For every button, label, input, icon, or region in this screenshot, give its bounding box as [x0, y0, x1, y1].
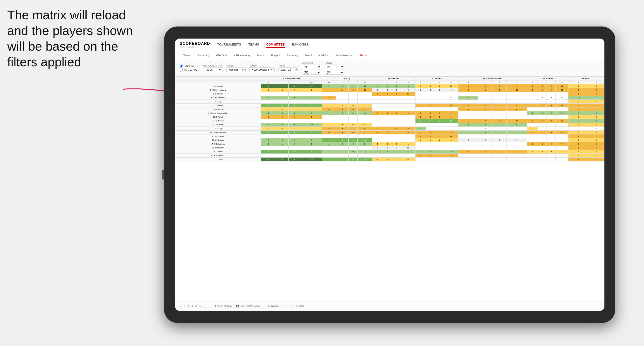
subtab-h2h-grid-1[interactable]: H2H Grid [212, 51, 230, 60]
row-player-name: 12. A Bianchi [175, 123, 261, 127]
matrix-cell [556, 138, 568, 142]
subtab-players[interactable]: Players [268, 51, 284, 60]
subtab-teams[interactable]: Teams [180, 51, 194, 60]
zoom-out-button[interactable]: ⊖ [195, 305, 197, 308]
conference-select-2[interactable]: (All) [302, 70, 321, 75]
matrix-cell [527, 115, 538, 119]
matrix-cell [383, 100, 392, 104]
row-player-name: 3. S Jelinek [175, 92, 261, 96]
matrix-cell: 2 [415, 150, 426, 154]
watch-button[interactable]: 👁 Watch ▾ [268, 305, 280, 308]
logo-subtitle: Powered by clippd [180, 46, 210, 48]
zoom-button[interactable]: ⊕ [191, 305, 193, 308]
matrix-area[interactable]: 2. M Kelly Mulcahy 6. A Dy 11. G Woods 2… [175, 76, 604, 301]
matrix-cell: 4 [478, 119, 492, 123]
matrix-cell [358, 135, 372, 138]
row-player-name: 11. G Woods [175, 119, 261, 123]
region-select[interactable]: East - DII West - DII (All) [278, 67, 298, 72]
matrix-cell [415, 158, 426, 162]
matrix-cell: 40 [358, 88, 372, 92]
table-row: 20. E Andersson010800 [175, 154, 604, 158]
subtab-h2h-heatmap-2[interactable]: H2H Heatmap [333, 51, 356, 60]
matrix-cell: -18 [322, 127, 336, 131]
matrix-cell: 2 [538, 142, 546, 146]
undo-button[interactable]: ↩ [180, 305, 182, 308]
matrix-cell [527, 146, 538, 150]
players-select-2[interactable]: (All) [325, 70, 344, 75]
max-players-select[interactable]: Top 25 Top 50 [203, 67, 222, 72]
nav-tournaments[interactable]: TOURNAMENTS [218, 42, 241, 48]
matrix-cell [322, 115, 336, 119]
matrix-cell: 1 [349, 84, 358, 88]
matrix-cell: -20 [358, 150, 372, 154]
subtab-matrix-2[interactable]: Matrix [356, 51, 371, 60]
matrix-cell: 5 [358, 131, 372, 135]
matrix-cell: 0 [301, 127, 322, 131]
subtab-summary-2[interactable]: Summary [284, 51, 302, 60]
nav-rankings[interactable]: RANKINGS [292, 42, 308, 48]
share-button[interactable]: ⤴ Share [296, 305, 304, 308]
col-header-mulcahy: 2. M Kelly Mulcahy [261, 77, 322, 80]
matrix-cell: 1 [568, 115, 589, 119]
matrix-cell [383, 119, 392, 123]
row-player-name: 19. J Karrh [175, 150, 261, 154]
matrix-cell: 2 [568, 104, 589, 107]
matrix-cell [426, 146, 435, 150]
division-select[interactable]: NCAA Division II NCAA Division I [250, 67, 274, 72]
matrix-cell [301, 92, 322, 96]
matrix-cell [435, 158, 444, 162]
players-select[interactable]: (All) [325, 65, 344, 69]
matrix-cell: 0 [261, 88, 276, 92]
matrix-cell: 0 [288, 111, 301, 115]
matrix-cell: 0 [478, 131, 492, 135]
matrix-cell: 1 [478, 104, 492, 107]
matrix-cell [507, 111, 527, 115]
matrix-cell [426, 123, 435, 127]
matrix-cell [527, 123, 538, 127]
matrix-cell: 2 [336, 104, 348, 107]
matrix-cell [458, 146, 478, 150]
matrix-cell: 1 [322, 123, 336, 127]
matrix-cell: 0 [458, 88, 478, 92]
subtab-h2h-heatmap-1[interactable]: H2H Heatmap [230, 51, 254, 60]
subtab-matrix-1[interactable]: Matrix [254, 51, 268, 60]
matrix-cell [458, 111, 478, 115]
matrix-cell [546, 127, 556, 131]
matrix-cell: 0 [546, 150, 556, 154]
matrix-cell: 1 [392, 84, 401, 88]
comment-button[interactable]: 💬 [284, 305, 286, 308]
nav-committee[interactable]: COMMITTEE [266, 42, 285, 48]
matrix-cell [458, 158, 478, 162]
compact-view-input[interactable] [180, 69, 183, 72]
conference-select[interactable]: (All) [302, 65, 321, 69]
matrix-cell [527, 138, 538, 142]
matrix-cell [301, 119, 322, 123]
expand-button[interactable]: ⤢ [290, 305, 292, 308]
subtab-detail[interactable]: Detail [302, 51, 315, 60]
full-view-radio[interactable]: Full View [180, 65, 199, 68]
subtab-h2h-grid-2[interactable]: H2H Grid [315, 51, 333, 60]
matrix-cell [261, 146, 276, 150]
matrix-cell: 0 [383, 146, 392, 150]
clock-button[interactable]: 🕐 [204, 305, 206, 308]
matrix-cell [507, 96, 527, 100]
nav-items: TOURNAMENTS TEAMS COMMITTEE RANKINGS [218, 42, 308, 48]
view-original-button[interactable]: 👁 View: Original [214, 305, 232, 308]
subtab-summary-1[interactable]: Summary [194, 51, 212, 60]
matrix-cell: 1 [372, 131, 383, 135]
wlt-w5: W [458, 80, 478, 84]
refresh-button[interactable]: ⟳ [188, 305, 190, 308]
gender-select[interactable]: Women's Men's [226, 67, 246, 72]
matrix-cell [444, 123, 458, 127]
logo-title: SCOREBOARD [180, 41, 210, 46]
full-view-input[interactable] [180, 65, 183, 68]
matrix-cell [383, 123, 392, 127]
matrix-cell [392, 119, 401, 123]
save-custom-button[interactable]: 💾 Save Custom View [236, 305, 260, 308]
compact-view-radio[interactable]: Compact View [180, 69, 199, 72]
division-label: Division [250, 65, 274, 67]
redo-button[interactable]: ↪ [184, 305, 186, 308]
matrix-cell: 0 [426, 138, 435, 142]
matrix-cell [546, 158, 556, 162]
nav-teams[interactable]: TEAMS [248, 42, 259, 48]
